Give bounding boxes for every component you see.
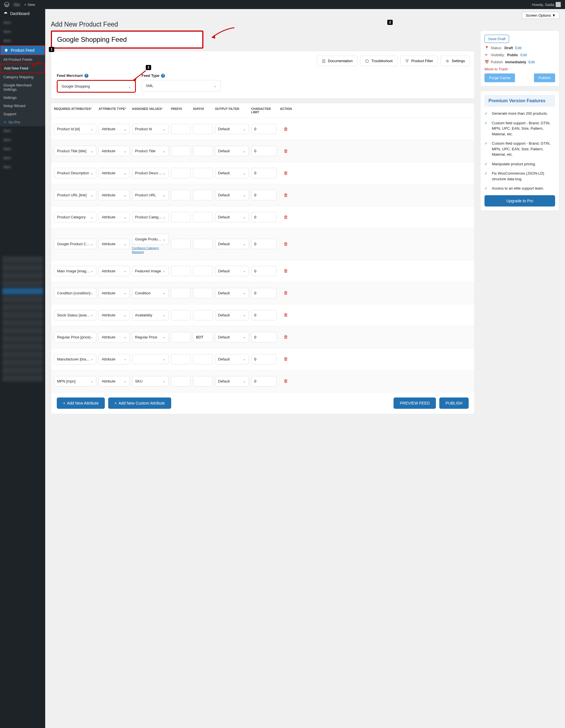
char-limit-input[interactable] bbox=[251, 168, 277, 178]
char-limit-input[interactable] bbox=[251, 239, 277, 249]
char-limit-input[interactable] bbox=[251, 212, 277, 222]
prefix-input[interactable] bbox=[171, 266, 191, 276]
trash-icon[interactable]: 🗑 bbox=[284, 334, 288, 339]
prefix-input[interactable] bbox=[171, 288, 191, 298]
trash-icon[interactable]: 🗑 bbox=[284, 242, 288, 246]
output-filter-select[interactable]: Default⌄ bbox=[215, 146, 249, 156]
trash-icon[interactable]: 🗑 bbox=[284, 193, 288, 197]
char-limit-input[interactable] bbox=[251, 190, 277, 200]
required-attr-select[interactable]: Google Product Category⌄ bbox=[54, 239, 96, 249]
submenu-google-merchant[interactable]: Google Merchant Settings bbox=[0, 81, 45, 94]
upgrade-pro-button[interactable]: Upgrade to Pro bbox=[484, 195, 555, 207]
attr-type-select[interactable]: Attribute⌄ bbox=[99, 190, 130, 200]
prefix-input[interactable] bbox=[171, 354, 191, 364]
assigned-value-select[interactable]: Product Category⌄ bbox=[132, 212, 169, 222]
suffix-input[interactable] bbox=[193, 212, 213, 222]
assigned-value-select[interactable]: Product URL⌄ bbox=[132, 190, 169, 200]
char-limit-input[interactable] bbox=[251, 376, 277, 386]
char-limit-input[interactable] bbox=[251, 354, 277, 364]
menu-blur[interactable]: Item bbox=[0, 27, 45, 36]
assigned-value-select[interactable]: Condition⌄ bbox=[132, 288, 169, 298]
output-filter-select[interactable]: Default⌄ bbox=[215, 168, 249, 178]
output-filter-select[interactable]: Default⌄ bbox=[215, 266, 249, 276]
wp-logo[interactable] bbox=[4, 2, 9, 7]
attr-type-select[interactable]: Attribute⌄ bbox=[99, 266, 130, 276]
suffix-input[interactable] bbox=[193, 266, 213, 276]
assigned-value-select[interactable]: Product Description⌄ bbox=[132, 168, 169, 178]
submenu-category-mapping[interactable]: Category Mapping bbox=[0, 73, 45, 81]
suffix-input[interactable] bbox=[193, 124, 213, 134]
preview-feed-button[interactable]: PREVIEW FEED bbox=[394, 397, 436, 409]
menu-blur[interactable]: Item bbox=[0, 36, 45, 45]
output-filter-select[interactable]: Default⌄ bbox=[215, 332, 249, 342]
edit-publish-link[interactable]: Edit bbox=[529, 60, 535, 64]
attr-type-select[interactable]: Attribute⌄ bbox=[99, 124, 130, 134]
required-attr-select[interactable]: Regular Price [price]⌄ bbox=[54, 332, 96, 342]
prefix-input[interactable] bbox=[171, 146, 191, 156]
required-attr-select[interactable]: Stock Status [availability]⌄ bbox=[54, 310, 96, 320]
menu-blur[interactable]: Item bbox=[0, 126, 45, 135]
attr-type-select[interactable]: Attribute⌄ bbox=[99, 146, 130, 156]
menu-dashboard[interactable]: Dashboard bbox=[0, 9, 45, 18]
submenu-support[interactable]: Support bbox=[0, 110, 45, 118]
site-name[interactable]: Site bbox=[14, 3, 20, 7]
suffix-input[interactable] bbox=[193, 354, 213, 364]
output-filter-select[interactable]: Default⌄ bbox=[215, 354, 249, 364]
attr-type-select[interactable]: Attribute⌄ bbox=[99, 212, 130, 222]
char-limit-input[interactable] bbox=[251, 332, 277, 342]
edit-status-link[interactable]: Edit bbox=[515, 46, 521, 50]
feed-type-select[interactable]: XML⌄ bbox=[142, 80, 221, 92]
prefix-input[interactable] bbox=[171, 212, 191, 222]
assigned-value-select[interactable]: Featured Image⌄ bbox=[132, 266, 169, 276]
prefix-input[interactable] bbox=[171, 310, 191, 320]
attr-type-select[interactable]: Attribute⌄ bbox=[99, 239, 130, 249]
required-attr-select[interactable]: Manufacturer [brand]⌄ bbox=[54, 354, 96, 364]
screen-options-button[interactable]: Screen Options ▼ bbox=[522, 12, 559, 19]
move-to-trash-link[interactable]: Move to Trash bbox=[484, 67, 555, 71]
menu-blur[interactable]: Item bbox=[0, 162, 45, 171]
configure-category-link[interactable]: Configure Category Mapping bbox=[132, 246, 169, 254]
submenu-settings[interactable]: Settings bbox=[0, 94, 45, 102]
assigned-value-select[interactable]: Availability⌄ bbox=[132, 310, 169, 320]
menu-product-feed[interactable]: Product Feed bbox=[0, 45, 45, 55]
char-limit-input[interactable] bbox=[251, 124, 277, 134]
char-limit-input[interactable] bbox=[251, 266, 277, 276]
output-filter-select[interactable]: Default⌄ bbox=[215, 288, 249, 298]
assigned-value-select[interactable]: Product Title⌄ bbox=[132, 146, 169, 156]
char-limit-input[interactable] bbox=[251, 288, 277, 298]
suffix-input[interactable] bbox=[193, 332, 213, 342]
attr-type-select[interactable]: Attribute⌄ bbox=[99, 354, 130, 364]
output-filter-select[interactable]: Default⌄ bbox=[215, 190, 249, 200]
output-filter-select[interactable]: Default⌄ bbox=[215, 212, 249, 222]
menu-blur[interactable]: Item bbox=[0, 135, 45, 144]
assigned-value-select[interactable]: Regular Price⌄ bbox=[132, 332, 169, 342]
trash-icon[interactable]: 🗑 bbox=[284, 149, 288, 153]
trash-icon[interactable]: 🗑 bbox=[284, 215, 288, 220]
required-attr-select[interactable]: MPN [mpn]⌄ bbox=[54, 376, 96, 386]
prefix-input[interactable] bbox=[171, 239, 191, 249]
help-icon[interactable]: ? bbox=[84, 74, 88, 78]
required-attr-select[interactable]: Product URL [link]⌄ bbox=[54, 190, 96, 200]
attr-type-select[interactable]: Attribute⌄ bbox=[99, 168, 130, 178]
assigned-value-select[interactable]: ⌄ bbox=[132, 354, 169, 364]
troubleshoot-button[interactable]: Troubleshoot bbox=[360, 56, 397, 66]
edit-visibility-link[interactable]: Edit bbox=[520, 53, 527, 57]
prefix-input[interactable] bbox=[171, 376, 191, 386]
char-limit-input[interactable] bbox=[251, 310, 277, 320]
publish-side-button[interactable]: Publish bbox=[534, 73, 555, 82]
menu-blur[interactable]: Item bbox=[0, 18, 45, 27]
submenu-setup-wizard[interactable]: Setup Wizard bbox=[0, 102, 45, 110]
assigned-value-select[interactable]: Product Id⌄ bbox=[132, 124, 169, 134]
suffix-input[interactable] bbox=[193, 168, 213, 178]
suffix-input[interactable] bbox=[193, 190, 213, 200]
attr-type-select[interactable]: Attribute⌄ bbox=[99, 288, 130, 298]
add-custom-attribute-button[interactable]: + Add New Custom Attribute bbox=[108, 397, 171, 409]
trash-icon[interactable]: 🗑 bbox=[284, 357, 288, 361]
output-filter-select[interactable]: Default⌄ bbox=[215, 376, 249, 386]
suffix-input[interactable] bbox=[193, 239, 213, 249]
trash-icon[interactable]: 🗑 bbox=[284, 127, 288, 131]
required-attr-select[interactable]: Product Title [title]⌄ bbox=[54, 146, 96, 156]
output-filter-select[interactable]: Default⌄ bbox=[215, 310, 249, 320]
output-filter-select[interactable]: Default⌄ bbox=[215, 124, 249, 134]
documentation-button[interactable]: Documentation bbox=[317, 56, 357, 66]
